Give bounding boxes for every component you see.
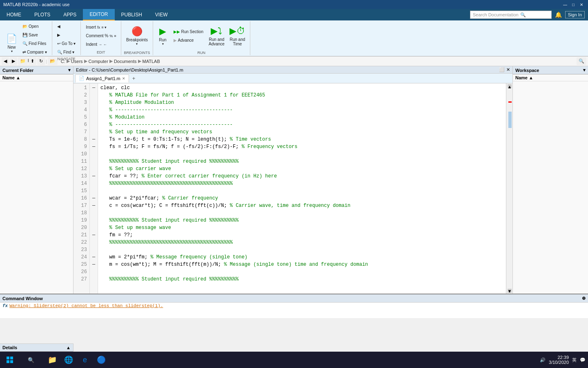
navigate-col: ◀ ▶ ↩ Go To ▾ 🔍 Find ▾ (55, 22, 78, 56)
run-time-label: Run andTime (230, 37, 245, 46)
command-window-header: Command Window ⊕ (0, 294, 588, 303)
edge-button[interactable]: e (78, 353, 92, 366)
details-header[interactable]: Details ▲ (0, 344, 73, 352)
search-placeholder: Search Documentation (473, 12, 519, 17)
menu-editor[interactable]: EDITOR (83, 9, 114, 20)
chrome-icon: 🌐 (64, 355, 73, 364)
details-collapse-icon[interactable]: ▲ (66, 345, 71, 350)
line-17: 17 (74, 202, 89, 209)
bell-icon[interactable]: 🔔 (555, 11, 562, 18)
run-button[interactable]: ▶ Run ▾ (156, 22, 170, 50)
toolbar-folder[interactable]: 📂 (48, 57, 58, 65)
compare-button[interactable]: ⇄ Compare ▾ (20, 48, 49, 56)
file-explorer-button[interactable]: 📁 (45, 353, 60, 366)
dash-21: — (90, 231, 98, 239)
chrome-button[interactable]: 🌐 (61, 353, 76, 366)
find-button[interactable]: 🔍 Find ▾ (55, 48, 78, 56)
code-line-14: %%%%%%%%%%%%%%%%%%%%%%%%%%%%%%%%%%%%%%%%… (100, 180, 503, 187)
code-line-25: m = cos(wm*t); M = fftshift(fft(m))/N; %… (100, 261, 503, 268)
open-button[interactable]: 📂 Open (20, 22, 49, 30)
comment-button[interactable]: Comment % % ≡ (83, 32, 118, 40)
line-7: 7 (74, 128, 89, 136)
line-6: 6 (74, 121, 89, 128)
line-9: 9 (74, 143, 89, 150)
breakpoints-icon: 🔴 (131, 26, 143, 37)
minimize-button[interactable]: — (562, 1, 568, 8)
toolbar-refresh[interactable]: ↻ (37, 57, 45, 65)
ribbon-group-run: ▶ Run ▾ ▶▶ Run Section ▶ Advance ▶⤵ Run … (153, 21, 250, 55)
breakpoints-button[interactable]: 🔴 Breakpoints ▾ (124, 22, 150, 50)
save-button[interactable]: 💾 Save (20, 31, 49, 39)
run-section-button[interactable]: ▶▶ Run Section (171, 28, 206, 36)
ribbon-group-breakpoints: 🔴 Breakpoints ▾ BREAKPOINTS (121, 21, 153, 55)
scroll-up[interactable]: ▲ (508, 84, 512, 88)
workspace-options-icon[interactable]: ▾ (583, 67, 586, 73)
breakpoints-group-label: BREAKPOINTS (124, 50, 150, 55)
command-expand-icon[interactable]: ⊕ (582, 296, 586, 301)
path-search[interactable]: 🔍 (577, 57, 586, 65)
goto-icon: ↩ (57, 41, 60, 46)
search-box[interactable]: Search Documentation 🔍 (470, 11, 552, 19)
tab-close-icon[interactable]: ✕ (122, 76, 125, 81)
command-window-content[interactable]: fx Warning: Sliderstep(2) cannot be less… (0, 303, 588, 309)
maximize-button[interactable]: □ (570, 1, 577, 8)
advance-button[interactable]: ▶ Advance (171, 36, 206, 45)
bottom-area: Command Window ⊕ fx Warning: Sliderstep(… (0, 294, 588, 318)
path-bar: C: ▶ Users ▶ Computer ▶ Documents ▶ MATL… (58, 56, 576, 66)
scroll-down[interactable]: ▼ (508, 289, 512, 293)
menu-apps[interactable]: APPS (57, 9, 83, 20)
toolbar-browse[interactable]: 📁 (18, 57, 28, 65)
menu-home[interactable]: HOME (0, 9, 28, 20)
run-section-label: Run Section (181, 29, 203, 34)
breakpoints-label: Breakpoints (126, 38, 148, 42)
svg-rect-1 (10, 357, 13, 359)
find-label: Find ▾ (63, 50, 74, 54)
speaker-icon[interactable]: 🔊 (540, 357, 546, 363)
run-time-icon: ▶⏱ (229, 26, 245, 36)
line-4: 4 (74, 106, 89, 114)
workspace-label: Workspace (515, 68, 539, 73)
dash-20 (90, 224, 98, 231)
code-line-7: % Set up time and frequency vectors (100, 128, 503, 136)
insert-button[interactable]: Insert fx ≡ ▾ (83, 23, 118, 31)
find-files-button[interactable]: 🔍 Find Files (20, 39, 49, 47)
code-line-5: % Modulation (100, 114, 503, 121)
matlab-taskbar-button[interactable]: 🔵 (94, 353, 109, 366)
sign-in-button[interactable]: Sign In (565, 11, 585, 18)
line-1: 1 (74, 84, 89, 92)
add-tab-button[interactable]: + (130, 74, 138, 82)
editor-close-icon[interactable]: ✕ (506, 67, 510, 72)
run-time-button[interactable]: ▶⏱ Run andTime (227, 22, 247, 50)
editor-tab-assign1[interactable]: 📄 Assign1_Part1.m ✕ (75, 74, 129, 83)
open-label: Open (29, 24, 38, 29)
line-5: 5 (74, 114, 89, 121)
new-button[interactable]: 📄 New ▾ (4, 29, 19, 57)
dash-18 (90, 209, 98, 217)
close-button[interactable]: ✕ (578, 1, 585, 8)
save-label: Save (29, 33, 38, 37)
search-taskbar-button[interactable]: 🔍 (19, 353, 43, 366)
code-content[interactable]: clear, clc % MATLAB File for Part 1 of A… (98, 83, 506, 294)
goto-button[interactable]: ↩ Go To ▾ (55, 39, 78, 47)
menu-plots[interactable]: PLOTS (28, 9, 57, 20)
toolbar-forward[interactable]: ▶ (10, 57, 17, 65)
indent-button[interactable]: Indent → ← (83, 40, 118, 49)
line-14: 14 (74, 180, 89, 187)
dash-6 (90, 121, 98, 128)
forward-button[interactable]: ▶ (55, 31, 78, 39)
toolbar-up[interactable]: ⬆ (29, 57, 36, 65)
tab-name: Assign1_Part1.m (86, 76, 120, 81)
back-button[interactable]: ◀ (55, 22, 78, 30)
notification-icon[interactable]: 💬 (580, 357, 586, 363)
toolbar-back[interactable]: ◀ (2, 57, 9, 65)
scroll-thumb[interactable] (508, 112, 512, 128)
folder-options-icon[interactable]: ▾ (68, 67, 71, 73)
line-26: 26 (74, 268, 89, 276)
menu-publish[interactable]: PUBLISH (115, 9, 149, 20)
popout-icon[interactable]: ⬜ (499, 67, 505, 72)
start-button[interactable] (2, 353, 17, 366)
scrollbar[interactable]: ▲ ▼ (506, 83, 512, 294)
find-files-icon: 🔍 (22, 41, 27, 46)
run-advance-button[interactable]: ▶⤵ Run andAdvance (207, 22, 227, 50)
menu-view[interactable]: VIEW (149, 9, 174, 20)
